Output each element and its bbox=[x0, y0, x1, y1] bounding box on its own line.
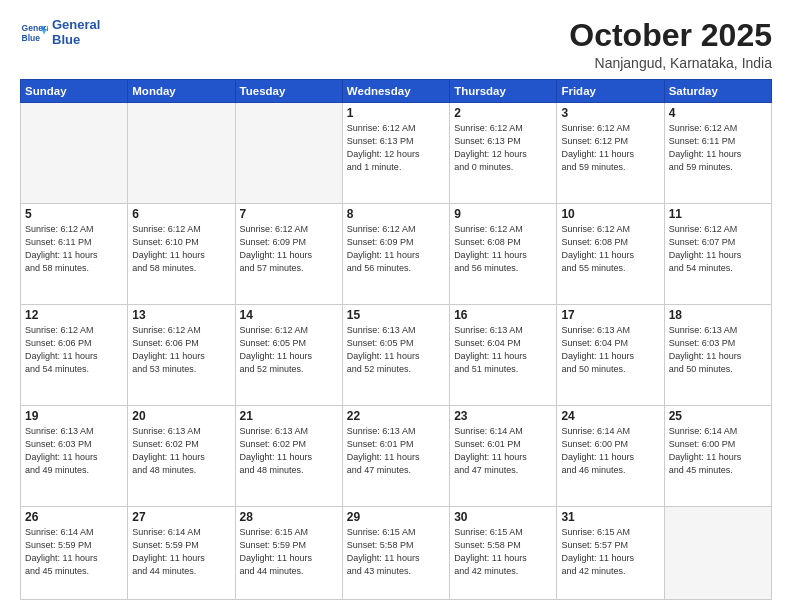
day-number: 17 bbox=[561, 308, 659, 322]
day-info: Sunrise: 6:12 AMSunset: 6:13 PMDaylight:… bbox=[347, 122, 445, 174]
calendar-cell: 15Sunrise: 6:13 AMSunset: 6:05 PMDayligh… bbox=[342, 305, 449, 406]
day-number: 8 bbox=[347, 207, 445, 221]
calendar-cell bbox=[235, 103, 342, 204]
weekday-header-monday: Monday bbox=[128, 80, 235, 103]
calendar-week-4: 19Sunrise: 6:13 AMSunset: 6:03 PMDayligh… bbox=[21, 406, 772, 507]
day-number: 18 bbox=[669, 308, 767, 322]
page: General Blue General Blue October 2025 N… bbox=[0, 0, 792, 612]
calendar-cell: 27Sunrise: 6:14 AMSunset: 5:59 PMDayligh… bbox=[128, 507, 235, 600]
title-block: October 2025 Nanjangud, Karnataka, India bbox=[569, 18, 772, 71]
day-number: 28 bbox=[240, 510, 338, 524]
day-number: 1 bbox=[347, 106, 445, 120]
calendar-cell: 28Sunrise: 6:15 AMSunset: 5:59 PMDayligh… bbox=[235, 507, 342, 600]
calendar-cell: 5Sunrise: 6:12 AMSunset: 6:11 PMDaylight… bbox=[21, 204, 128, 305]
calendar-week-3: 12Sunrise: 6:12 AMSunset: 6:06 PMDayligh… bbox=[21, 305, 772, 406]
calendar-cell: 18Sunrise: 6:13 AMSunset: 6:03 PMDayligh… bbox=[664, 305, 771, 406]
day-info: Sunrise: 6:12 AMSunset: 6:08 PMDaylight:… bbox=[561, 223, 659, 275]
day-info: Sunrise: 6:14 AMSunset: 5:59 PMDaylight:… bbox=[132, 526, 230, 578]
day-number: 9 bbox=[454, 207, 552, 221]
day-info: Sunrise: 6:12 AMSunset: 6:09 PMDaylight:… bbox=[347, 223, 445, 275]
day-number: 4 bbox=[669, 106, 767, 120]
header: General Blue General Blue October 2025 N… bbox=[20, 18, 772, 71]
day-info: Sunrise: 6:12 AMSunset: 6:13 PMDaylight:… bbox=[454, 122, 552, 174]
day-number: 25 bbox=[669, 409, 767, 423]
day-number: 10 bbox=[561, 207, 659, 221]
day-info: Sunrise: 6:12 AMSunset: 6:08 PMDaylight:… bbox=[454, 223, 552, 275]
calendar-cell: 9Sunrise: 6:12 AMSunset: 6:08 PMDaylight… bbox=[450, 204, 557, 305]
day-info: Sunrise: 6:13 AMSunset: 6:04 PMDaylight:… bbox=[561, 324, 659, 376]
calendar-table: SundayMondayTuesdayWednesdayThursdayFrid… bbox=[20, 79, 772, 600]
weekday-header-friday: Friday bbox=[557, 80, 664, 103]
calendar-week-5: 26Sunrise: 6:14 AMSunset: 5:59 PMDayligh… bbox=[21, 507, 772, 600]
day-info: Sunrise: 6:13 AMSunset: 6:02 PMDaylight:… bbox=[240, 425, 338, 477]
day-info: Sunrise: 6:13 AMSunset: 6:03 PMDaylight:… bbox=[669, 324, 767, 376]
day-info: Sunrise: 6:15 AMSunset: 5:57 PMDaylight:… bbox=[561, 526, 659, 578]
day-info: Sunrise: 6:12 AMSunset: 6:09 PMDaylight:… bbox=[240, 223, 338, 275]
day-number: 21 bbox=[240, 409, 338, 423]
calendar-cell: 11Sunrise: 6:12 AMSunset: 6:07 PMDayligh… bbox=[664, 204, 771, 305]
calendar-cell: 17Sunrise: 6:13 AMSunset: 6:04 PMDayligh… bbox=[557, 305, 664, 406]
calendar-cell: 7Sunrise: 6:12 AMSunset: 6:09 PMDaylight… bbox=[235, 204, 342, 305]
day-number: 22 bbox=[347, 409, 445, 423]
day-info: Sunrise: 6:14 AMSunset: 6:01 PMDaylight:… bbox=[454, 425, 552, 477]
calendar-cell: 14Sunrise: 6:12 AMSunset: 6:05 PMDayligh… bbox=[235, 305, 342, 406]
calendar-cell: 20Sunrise: 6:13 AMSunset: 6:02 PMDayligh… bbox=[128, 406, 235, 507]
weekday-header-wednesday: Wednesday bbox=[342, 80, 449, 103]
calendar-week-2: 5Sunrise: 6:12 AMSunset: 6:11 PMDaylight… bbox=[21, 204, 772, 305]
day-info: Sunrise: 6:15 AMSunset: 5:59 PMDaylight:… bbox=[240, 526, 338, 578]
day-number: 24 bbox=[561, 409, 659, 423]
day-number: 19 bbox=[25, 409, 123, 423]
day-info: Sunrise: 6:13 AMSunset: 6:02 PMDaylight:… bbox=[132, 425, 230, 477]
day-number: 16 bbox=[454, 308, 552, 322]
weekday-header-tuesday: Tuesday bbox=[235, 80, 342, 103]
day-number: 27 bbox=[132, 510, 230, 524]
day-info: Sunrise: 6:13 AMSunset: 6:01 PMDaylight:… bbox=[347, 425, 445, 477]
day-info: Sunrise: 6:12 AMSunset: 6:07 PMDaylight:… bbox=[669, 223, 767, 275]
weekday-header-saturday: Saturday bbox=[664, 80, 771, 103]
day-info: Sunrise: 6:15 AMSunset: 5:58 PMDaylight:… bbox=[347, 526, 445, 578]
day-info: Sunrise: 6:13 AMSunset: 6:04 PMDaylight:… bbox=[454, 324, 552, 376]
svg-text:Blue: Blue bbox=[22, 33, 41, 43]
calendar-cell: 12Sunrise: 6:12 AMSunset: 6:06 PMDayligh… bbox=[21, 305, 128, 406]
calendar-cell: 4Sunrise: 6:12 AMSunset: 6:11 PMDaylight… bbox=[664, 103, 771, 204]
calendar-cell bbox=[664, 507, 771, 600]
day-info: Sunrise: 6:14 AMSunset: 5:59 PMDaylight:… bbox=[25, 526, 123, 578]
calendar-cell: 3Sunrise: 6:12 AMSunset: 6:12 PMDaylight… bbox=[557, 103, 664, 204]
day-number: 26 bbox=[25, 510, 123, 524]
day-info: Sunrise: 6:13 AMSunset: 6:05 PMDaylight:… bbox=[347, 324, 445, 376]
day-info: Sunrise: 6:12 AMSunset: 6:10 PMDaylight:… bbox=[132, 223, 230, 275]
day-number: 14 bbox=[240, 308, 338, 322]
day-info: Sunrise: 6:12 AMSunset: 6:06 PMDaylight:… bbox=[132, 324, 230, 376]
calendar-cell: 8Sunrise: 6:12 AMSunset: 6:09 PMDaylight… bbox=[342, 204, 449, 305]
calendar-cell: 30Sunrise: 6:15 AMSunset: 5:58 PMDayligh… bbox=[450, 507, 557, 600]
day-number: 31 bbox=[561, 510, 659, 524]
day-number: 12 bbox=[25, 308, 123, 322]
calendar-cell: 26Sunrise: 6:14 AMSunset: 5:59 PMDayligh… bbox=[21, 507, 128, 600]
day-number: 30 bbox=[454, 510, 552, 524]
month-title: October 2025 bbox=[569, 18, 772, 53]
calendar-cell: 19Sunrise: 6:13 AMSunset: 6:03 PMDayligh… bbox=[21, 406, 128, 507]
calendar-cell: 2Sunrise: 6:12 AMSunset: 6:13 PMDaylight… bbox=[450, 103, 557, 204]
day-number: 23 bbox=[454, 409, 552, 423]
day-info: Sunrise: 6:12 AMSunset: 6:11 PMDaylight:… bbox=[669, 122, 767, 174]
day-info: Sunrise: 6:12 AMSunset: 6:05 PMDaylight:… bbox=[240, 324, 338, 376]
day-number: 3 bbox=[561, 106, 659, 120]
day-number: 7 bbox=[240, 207, 338, 221]
logo-blue: Blue bbox=[52, 33, 100, 48]
calendar-cell bbox=[128, 103, 235, 204]
calendar-cell: 13Sunrise: 6:12 AMSunset: 6:06 PMDayligh… bbox=[128, 305, 235, 406]
weekday-header-sunday: Sunday bbox=[21, 80, 128, 103]
logo-icon: General Blue bbox=[20, 19, 48, 47]
calendar-week-1: 1Sunrise: 6:12 AMSunset: 6:13 PMDaylight… bbox=[21, 103, 772, 204]
day-info: Sunrise: 6:14 AMSunset: 6:00 PMDaylight:… bbox=[561, 425, 659, 477]
weekday-header-thursday: Thursday bbox=[450, 80, 557, 103]
day-info: Sunrise: 6:12 AMSunset: 6:12 PMDaylight:… bbox=[561, 122, 659, 174]
day-info: Sunrise: 6:12 AMSunset: 6:11 PMDaylight:… bbox=[25, 223, 123, 275]
day-info: Sunrise: 6:15 AMSunset: 5:58 PMDaylight:… bbox=[454, 526, 552, 578]
calendar-cell: 6Sunrise: 6:12 AMSunset: 6:10 PMDaylight… bbox=[128, 204, 235, 305]
calendar-cell bbox=[21, 103, 128, 204]
calendar-cell: 10Sunrise: 6:12 AMSunset: 6:08 PMDayligh… bbox=[557, 204, 664, 305]
calendar-cell: 23Sunrise: 6:14 AMSunset: 6:01 PMDayligh… bbox=[450, 406, 557, 507]
calendar-cell: 16Sunrise: 6:13 AMSunset: 6:04 PMDayligh… bbox=[450, 305, 557, 406]
day-number: 6 bbox=[132, 207, 230, 221]
